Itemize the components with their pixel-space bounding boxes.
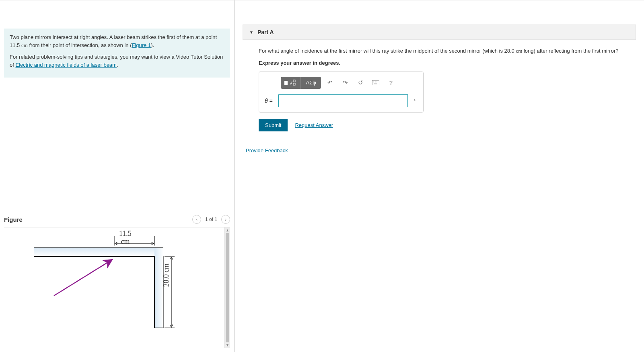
text: long) after reflecting from the first mi… — [522, 48, 618, 54]
request-answer-link[interactable]: Request Answer — [295, 122, 333, 128]
unit-label: ° — [412, 98, 418, 103]
figure-scrollbar[interactable]: ▲ ▼ — [224, 227, 230, 348]
problem-statement: Two plane mirrors intersect at right ang… — [4, 29, 230, 78]
help-icon: ? — [389, 79, 393, 86]
svg-point-22 — [377, 82, 377, 82]
svg-rect-1 — [154, 248, 163, 328]
answer-box: √ ΑΣφ ↶ ↷ ↺ — [259, 72, 424, 113]
scroll-thumb[interactable] — [226, 233, 229, 342]
redo-icon: ↷ — [343, 79, 348, 86]
tool-reset-button[interactable]: ↺ — [354, 77, 367, 89]
provide-feedback-link[interactable]: Provide Feedback — [246, 147, 288, 153]
action-row: Submit Request Answer — [259, 119, 628, 131]
dimension-top-label: 11.5 cm — [119, 230, 132, 246]
problem-para-2: For related problem-solving tips and str… — [10, 53, 224, 69]
templates-icon: √ — [284, 79, 298, 86]
problem-para-1: Two plane mirrors intersect at right ang… — [10, 33, 224, 49]
collapse-arrow-icon: ▼ — [249, 30, 253, 35]
page-container: Two plane mirrors intersect at right ang… — [0, 0, 644, 352]
submit-button[interactable]: Submit — [259, 119, 288, 131]
text: ). — [151, 42, 154, 48]
figure-prev-button[interactable]: ‹ — [192, 215, 201, 224]
left-pane: Two plane mirrors intersect at right ang… — [0, 0, 235, 352]
part-title: Part A — [257, 29, 274, 35]
variable-label: θ = — [265, 98, 274, 104]
tool-templates-button[interactable]: √ — [281, 77, 301, 89]
input-row: θ = ° — [265, 94, 418, 107]
part-body: For what angle of incidence at the first… — [235, 40, 644, 139]
svg-rect-15 — [284, 81, 288, 85]
figure-title: Figure — [4, 216, 23, 223]
tool-keyboard-button[interactable] — [369, 77, 382, 89]
undo-icon: ↶ — [327, 79, 333, 86]
svg-rect-19 — [372, 80, 379, 85]
unit-text: cm — [21, 42, 28, 48]
figure-nav: ‹ 1 of 1 › — [192, 215, 230, 224]
svg-text:√: √ — [290, 80, 292, 86]
tool-redo-button[interactable]: ↷ — [339, 77, 352, 89]
answer-instruction: Express your answer in degrees. — [259, 60, 628, 66]
equation-toolbar: √ ΑΣφ ↶ ↷ ↺ — [281, 77, 418, 89]
figure-section: Figure ‹ 1 of 1 › — [0, 212, 234, 352]
reset-icon: ↺ — [358, 79, 363, 86]
question-text: For what angle of incidence at the first… — [259, 47, 628, 55]
figure-body: 11.5 cm 28.0 cm ▲ ▼ — [4, 227, 230, 348]
svg-rect-18 — [293, 83, 295, 85]
figure-svg — [4, 227, 224, 348]
answer-input[interactable] — [278, 94, 408, 107]
tool-undo-button[interactable]: ↶ — [323, 77, 336, 89]
chevron-left-icon: ‹ — [196, 217, 198, 222]
right-pane: ▼ Part A For what angle of incidence at … — [235, 0, 644, 352]
svg-rect-23 — [374, 84, 377, 84]
figure-next-button[interactable]: › — [221, 215, 230, 224]
svg-point-21 — [375, 82, 376, 82]
tool-help-button[interactable]: ? — [385, 77, 397, 89]
tutor-link[interactable]: Electric and magnetic fields of a laser … — [15, 62, 116, 68]
figure-link[interactable]: Figure 1 — [132, 42, 151, 48]
text: For what angle of incidence at the first… — [259, 48, 516, 54]
svg-line-8 — [54, 260, 112, 296]
part-header[interactable]: ▼ Part A — [243, 25, 636, 40]
figure-header: Figure ‹ 1 of 1 › — [4, 212, 230, 227]
text: . — [117, 62, 118, 68]
tool-group-templates: √ ΑΣφ — [281, 77, 321, 89]
text: from their point of intersection, as sho… — [28, 42, 132, 48]
keyboard-icon — [372, 80, 379, 85]
svg-rect-0 — [34, 248, 154, 256]
chevron-right-icon: › — [225, 217, 226, 222]
figure-page-indicator: 1 of 1 — [205, 217, 217, 222]
unit-text: cm — [516, 48, 522, 54]
tool-greek-button[interactable]: ΑΣφ — [301, 77, 321, 89]
scroll-up-icon[interactable]: ▲ — [225, 227, 230, 233]
dimension-side-label: 28.0 cm — [163, 264, 171, 287]
svg-rect-17 — [293, 80, 295, 82]
svg-point-20 — [373, 82, 374, 82]
scroll-down-icon[interactable]: ▼ — [225, 342, 230, 348]
figure-canvas: 11.5 cm 28.0 cm — [4, 227, 224, 348]
